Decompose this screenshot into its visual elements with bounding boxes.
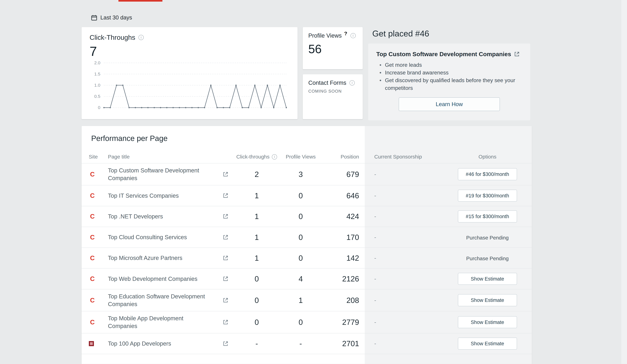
external-link-icon[interactable] [223,172,228,177]
external-link-icon[interactable] [223,319,228,325]
get-placed-card: Top Custom Software Development Companie… [368,44,530,120]
profile-views-value: 0 [277,191,324,200]
get-placed-section: Get placed #46 Top Custom Software Devel… [368,27,530,120]
link-cell [215,172,236,177]
click-throughs-value: 1 [236,233,277,242]
option-button[interactable]: #19 for $300/month [458,190,517,202]
options-cell: #46 for $300/month [450,168,525,180]
click-throughs-chart: 00.51.01.52.0 [90,60,290,112]
list-item: •Get more leads [376,61,522,69]
external-link-icon[interactable] [223,276,228,281]
page-title-cell: Top Mobile App Development Companies [103,311,215,333]
sponsorship-value: - [362,319,450,325]
sponsorship-value: - [362,171,450,177]
scrollbar-track[interactable] [621,0,627,364]
sponsorship-value: - [362,255,450,261]
external-link-icon[interactable] [223,256,228,261]
page-title-text: Top 100 App Developers [108,340,171,347]
options-cell: Show Estimate [450,316,525,328]
header-page-title: Page title [103,154,215,160]
options-cell: Show Estimate [450,294,525,306]
option-button[interactable]: Show Estimate [458,273,517,285]
bullet-icon: • [379,61,381,69]
link-cell [215,319,236,325]
link-cell [215,298,236,303]
page-title-text: Top IT Services Companies [108,193,179,199]
options-cell: #15 for $300/month [450,210,525,222]
click-throughs-value: 1 [236,191,277,200]
page-title-cell: Top Microsoft Azure Partners [103,251,215,265]
header-options: Options [450,154,525,160]
clutch-logo-icon: C [89,297,96,304]
profile-views-value: 0 [277,318,324,326]
learn-how-button[interactable]: Learn How [399,97,500,111]
page-title-text: Top Education Software Development Compa… [108,293,205,307]
site-cell: C [89,297,103,304]
table-row: C Top IT Services Companies 1 0 646 - #1… [82,185,532,206]
table-header-row: Site Page title Click-throughs i Profile… [82,151,532,163]
date-range-filter[interactable]: Last 30 days [91,14,132,21]
info-icon[interactable]: i [272,154,277,159]
profile-views-value: 0 [277,212,324,221]
page-title-cell: Top Cloud Consulting Services [103,230,215,244]
page-title-text: Top Microsoft Azure Partners [108,255,182,261]
profile-views-value: 4 [277,274,324,283]
external-link-icon[interactable] [223,193,228,198]
option-button[interactable]: #15 for $300/month [458,210,517,222]
header-position: Position [324,154,362,160]
options-cell: Purchase Pending [450,234,525,241]
click-throughs-value: 0 [236,274,277,283]
link-cell [215,214,236,219]
info-icon[interactable]: i [138,35,144,40]
option-button[interactable]: Show Estimate [458,294,517,306]
header-site: Site [89,154,103,160]
option-button[interactable]: Show Estimate [458,338,517,350]
promo-benefits-list: •Get more leads •Increase brand awarenes… [376,61,522,92]
option-button[interactable]: Show Estimate [458,316,517,328]
external-link-icon[interactable] [223,341,228,346]
profile-views-value: - [277,339,324,348]
click-throughs-value: 1 [236,212,277,221]
clutch-logo-icon: C [89,171,96,178]
external-link-icon[interactable] [223,214,228,219]
page-title-cell: Top IT Services Companies [103,189,215,203]
contact-forms-card: Contact Forms i COMING SOON [303,74,363,119]
top100-logo-icon [89,341,94,346]
profile-views-total: 56 [308,42,357,56]
sponsorship-value: - [362,340,450,347]
click-throughs-title: Click-Throughs [90,34,135,41]
click-throughs-value: 1 [236,254,277,262]
link-cell [215,193,236,198]
link-cell [215,341,236,346]
clutch-logo-icon: C [89,234,96,241]
external-link-icon[interactable] [514,52,520,57]
info-icon[interactable]: i [351,33,356,38]
svg-text:1.5: 1.5 [94,72,100,76]
profile-views-title: Profile Views [308,32,342,39]
info-icon[interactable]: i [350,80,355,86]
position-value: 170 [324,233,362,242]
click-throughs-value: 0 [236,296,277,305]
page-title-cell: Top .NET Developers [103,209,215,223]
external-link-icon[interactable] [223,235,228,240]
site-cell: C [89,192,103,199]
header-current-sponsorship: Current Sponsorship [362,154,450,160]
table-row: Top 100 App Developers - - 2701 - Show E… [82,333,532,354]
summary-cards-row: Click-Throughs i 7 00.51.01.52.0 Profile… [82,27,532,120]
external-link-icon[interactable] [223,298,228,303]
performance-per-page-panel: Performance per Page Site Page title Cli… [82,126,532,364]
click-throughs-value: 2 [236,170,277,179]
table-body: C Top Custom Software Development Compan… [82,163,532,354]
site-cell: C [89,234,103,241]
clutch-logo-icon: C [89,255,96,262]
coming-soon-label: COMING SOON [308,89,357,94]
site-cell: C [89,318,103,326]
clutch-logo-icon: C [89,213,96,220]
panel-title: Performance per Page [82,126,532,143]
promo-directory-link[interactable]: Top Custom Software Development Companie… [376,51,511,58]
table-row: C Top Web Development Companies 0 4 2126… [82,268,532,289]
sponsorship-value: - [362,234,450,241]
link-cell [215,256,236,261]
option-button[interactable]: #46 for $300/month [458,168,517,180]
profile-views-value: 0 [277,233,324,242]
